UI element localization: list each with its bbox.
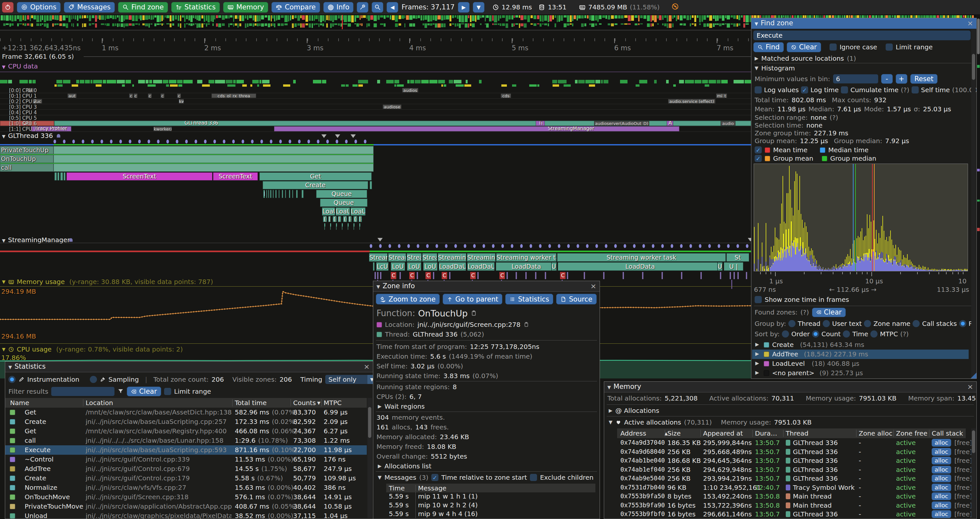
column-header[interactable]: MTPC [324, 399, 342, 407]
bin-minus-button[interactable]: - [881, 74, 893, 84]
alloc-button[interactable]: alloc [932, 510, 951, 518]
column-header[interactable]: Message [418, 484, 447, 492]
column-header[interactable]: Zone free [896, 430, 928, 437]
table-row[interactable]: 0x74ab9e5040256 KB293,994,219ns13:50.7GL… [617, 474, 966, 483]
table-row[interactable]: Createjni/../jni/src/claw/base/LuaScript… [5, 417, 367, 426]
sample-dot[interactable] [194, 140, 197, 144]
sort-by-mtpc[interactable] [870, 331, 878, 338]
zone-bar[interactable] [302, 190, 304, 198]
zone-info-titlebar[interactable]: ▼Zone info× [373, 281, 600, 292]
sample-dot[interactable] [251, 140, 254, 144]
power-button[interactable] [2, 2, 14, 13]
cpu-thread-box[interactable]: audioserver(AudioOut_D) [594, 121, 649, 126]
limit-range-checkbox[interactable]: ✓ [164, 388, 171, 395]
zone-bar[interactable]: LoU [391, 262, 405, 271]
zone-bar[interactable]: St [726, 253, 749, 262]
sample-dot[interactable] [586, 244, 589, 248]
sample-dot[interactable] [473, 244, 476, 248]
cpu-thread-box[interactable]: audiose [383, 104, 401, 109]
sample-dot[interactable] [176, 140, 178, 144]
sample-dot[interactable] [279, 140, 282, 144]
sample-dot[interactable] [388, 244, 391, 248]
column-header[interactable]: Address [620, 430, 646, 437]
sample-dot[interactable] [436, 244, 438, 248]
table-row[interactable]: ~Controljni/../jni/src/guif/Control.cpp:… [5, 455, 367, 464]
zone-bar[interactable] [289, 190, 290, 198]
sample-dot[interactable] [317, 140, 320, 144]
zone-bar[interactable]: U [718, 262, 722, 271]
info-button[interactable]: Info [323, 2, 354, 13]
column-header[interactable]: Total time [235, 399, 267, 407]
message-mark[interactable]: C [470, 272, 476, 279]
column-header[interactable]: Location [86, 399, 113, 407]
sample-dot[interactable] [204, 140, 207, 144]
wait-regions-row[interactable]: ▶Wait regions [378, 402, 425, 410]
next-frame-button[interactable]: ▶ [458, 2, 469, 13]
cpu-thread-box[interactable]: aut [67, 93, 76, 98]
table-row[interactable]: Unloadjni/../jni/src/claw/graphics/pixel… [5, 511, 367, 519]
clear-button[interactable]: Clear [787, 42, 821, 52]
cpu-thread-box[interactable]: c [161, 93, 164, 98]
zoom-to-zone-button[interactable]: Zoom to zone [376, 294, 440, 305]
zone-bar[interactable]: LoaUp [336, 208, 350, 216]
sample-dot[interactable] [737, 244, 739, 248]
zone-bar[interactable] [292, 190, 293, 198]
sample-dot[interactable] [577, 244, 579, 248]
find-zone-search-input[interactable]: Execute [753, 30, 970, 40]
memory-titlebar[interactable]: ▼Memory× [604, 382, 977, 393]
sort-by-order[interactable] [782, 331, 789, 338]
sample-dot[interactable] [454, 244, 457, 248]
memory-usage-header[interactable]: ▼Memory usage(y-range: 30.88 KB, visible… [2, 278, 213, 286]
zone-bar[interactable]: LoaUp [350, 208, 366, 216]
sample-dot[interactable] [595, 244, 598, 248]
alloc-button[interactable]: alloc [932, 457, 951, 465]
zoom-button[interactable] [372, 2, 383, 13]
column-header[interactable]: Size [667, 430, 681, 437]
sampling-radio[interactable] [90, 376, 97, 383]
alloc-button[interactable]: alloc [932, 492, 951, 500]
frame-set-dropdown-button[interactable]: ▼ [473, 2, 485, 13]
zone-bar[interactable]: Streaming worker task [557, 253, 726, 262]
zone-bar[interactable] [57, 172, 59, 180]
table-row[interactable]: Executejni/../jni/src/claw/base/LuaScrip… [5, 446, 367, 455]
table-row[interactable]: 0x7553b9fbf016 bytes296,661,146ns13:50.7… [617, 510, 966, 519]
sample-dot[interactable] [82, 140, 84, 144]
sample-dot[interactable] [624, 244, 626, 248]
sample-dot[interactable] [336, 140, 338, 144]
message-mark[interactable]: C [560, 272, 566, 279]
column-header[interactable]: Name [10, 399, 29, 407]
ignore-case-checkbox[interactable]: ✓ [829, 43, 837, 51]
sample-dot[interactable] [520, 244, 523, 248]
table-row[interactable]: Get/mnt/e/claw/src/claw/base/Registry.hp… [5, 426, 367, 436]
scrollbar-thumb[interactable] [972, 430, 975, 453]
table-row[interactable]: Createjni/../jni/src/guif/Control.cpp:17… [5, 474, 367, 483]
alloc-button[interactable]: alloc [932, 466, 951, 474]
zone-bar[interactable]: LoadDaU [439, 262, 466, 271]
table-row[interactable]: 0x7553b9fa508 bytes153,492,240ns13:50.8M… [617, 492, 966, 501]
cpu-thread-box[interactable]: audio.service (effect) [668, 99, 715, 104]
message-row[interactable]: 5.59 smip 11 w 1 h 1 (1) [386, 492, 595, 501]
memory-button[interactable]: Memory [223, 2, 268, 13]
sample-dot[interactable] [661, 244, 664, 248]
table-row[interactable]: Normalizejni/../jni/src/claw/vfs/Vfs.cpp… [5, 483, 367, 492]
zone-bar[interactable] [60, 172, 63, 180]
group-by-user-text[interactable] [823, 320, 830, 327]
cpu-thread-bar[interactable]: A [667, 121, 673, 126]
sample-dot[interactable] [72, 140, 75, 144]
alloc-button[interactable]: alloc [932, 439, 951, 447]
sample-dot[interactable] [699, 244, 702, 248]
column-header[interactable]: Thread [786, 430, 808, 437]
min-bin-input[interactable]: 6 [833, 74, 878, 83]
zone-bar[interactable]: Streaming [467, 253, 495, 262]
sample-dot[interactable] [260, 140, 263, 144]
zone-bar[interactable] [273, 190, 274, 198]
sample-dot[interactable] [718, 244, 720, 248]
bin-reset-button[interactable]: Reset [910, 74, 938, 84]
message-mark[interactable]: C [500, 272, 505, 279]
table-row[interactable]: calljni/../jni/../../../src/claw/base/Lu… [5, 436, 367, 446]
sample-dot[interactable] [539, 244, 542, 248]
sample-dot[interactable] [364, 140, 366, 144]
sample-dot[interactable] [129, 140, 131, 144]
sample-dot[interactable] [614, 244, 617, 248]
compare-button[interactable]: Compare [271, 2, 320, 13]
